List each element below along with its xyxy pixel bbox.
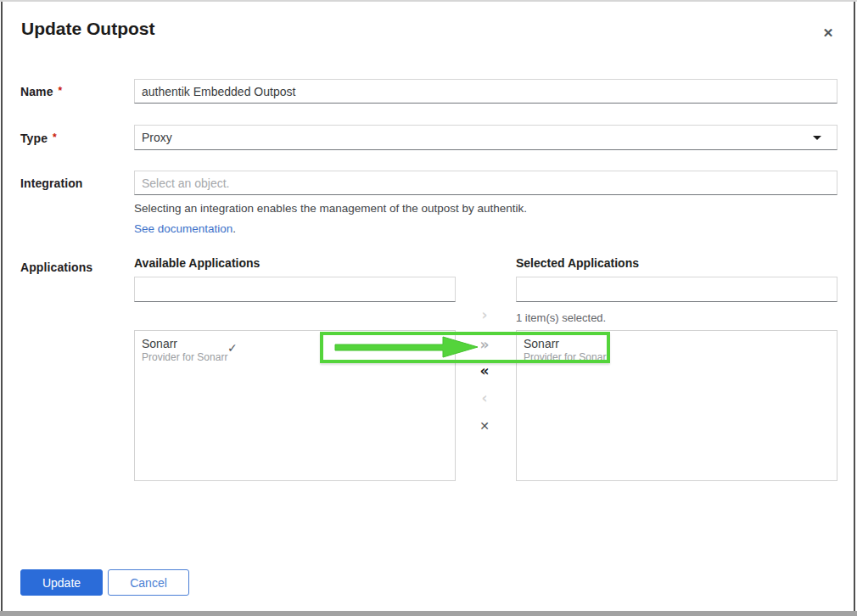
- window-edge-bottom: [0, 611, 857, 616]
- doc-link-period: .: [232, 222, 236, 235]
- available-search-input[interactable]: [134, 277, 456, 302]
- name-required-asterisk: *: [59, 85, 63, 97]
- move-all-right-button[interactable]: »: [472, 335, 497, 354]
- dialog-title: Update Outpost: [21, 19, 155, 39]
- item-description: Provider for Sonarr: [142, 351, 448, 364]
- available-search: [134, 277, 456, 302]
- move-selected-left-button[interactable]: ‹: [472, 389, 497, 407]
- move-all-left-button[interactable]: «: [472, 361, 497, 380]
- name-field[interactable]: [134, 79, 837, 104]
- clear-selection-button[interactable]: ✕: [472, 417, 497, 435]
- chevron-down-icon: [813, 136, 821, 140]
- integration-label: Integration: [20, 176, 82, 190]
- update-button[interactable]: Update: [20, 569, 103, 596]
- type-required-asterisk: *: [53, 132, 57, 143]
- type-label: Type*: [20, 132, 57, 145]
- name-label-text: Name: [20, 85, 53, 98]
- type-label-text: Type: [20, 132, 48, 145]
- type-select-value: Proxy: [142, 131, 172, 144]
- close-icon[interactable]: ✕: [817, 22, 839, 44]
- item-title: Sonarr: [142, 337, 448, 351]
- selected-search-input[interactable]: [516, 277, 837, 302]
- cancel-button[interactable]: Cancel: [108, 569, 189, 596]
- window-edge-top: [0, 0, 857, 2]
- check-icon: ✓: [227, 341, 238, 355]
- list-item-available-sonarr[interactable]: Sonarr Provider for Sonarr ✓: [135, 331, 455, 369]
- available-applications-header: Available Applications: [134, 256, 260, 270]
- selected-applications-header: Selected Applications: [516, 256, 639, 270]
- integration-field[interactable]: [134, 171, 837, 195]
- applications-label: Applications: [20, 260, 92, 274]
- integration-doc-line: See documentation.: [134, 222, 236, 235]
- window-edge-left: [1, 0, 3, 616]
- see-documentation-link[interactable]: See documentation: [134, 222, 232, 235]
- update-outpost-dialog: Update Outpost ✕ Name* Type* Proxy Integ…: [0, 0, 857, 616]
- integration-helper-text: Selecting an integration enables the man…: [134, 202, 527, 215]
- name-label: Name*: [20, 85, 62, 98]
- window-edge-right: [854, 0, 855, 616]
- selected-count-status: 1 item(s) selected.: [516, 311, 606, 324]
- selected-search: [516, 277, 837, 302]
- item-description: Provider for Sonarr: [524, 351, 830, 364]
- item-title: Sonarr: [524, 337, 830, 351]
- move-selected-right-button[interactable]: ›: [472, 305, 497, 324]
- list-item-selected-sonarr[interactable]: Sonarr Provider for Sonarr: [517, 331, 837, 369]
- selected-applications-list[interactable]: Sonarr Provider for Sonarr: [516, 330, 837, 481]
- type-select[interactable]: Proxy: [134, 125, 837, 150]
- available-applications-list[interactable]: Sonarr Provider for Sonarr ✓: [134, 330, 456, 481]
